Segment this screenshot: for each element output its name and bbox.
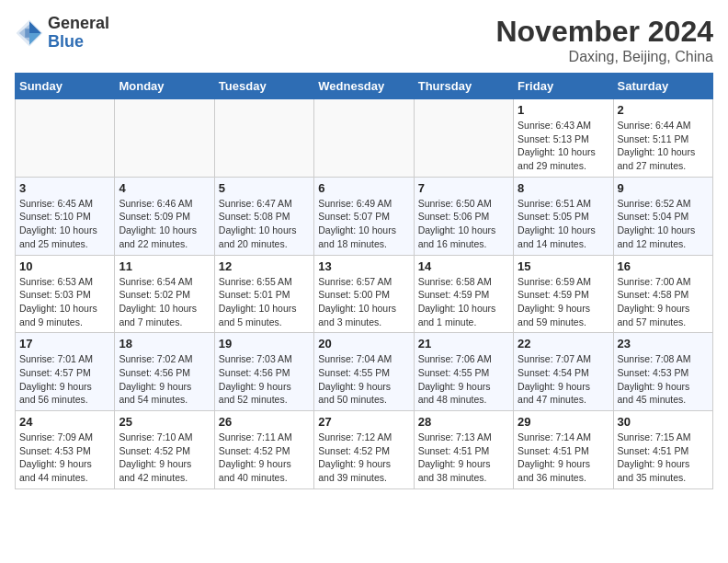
- calendar-cell: 13Sunrise: 6:57 AM Sunset: 5:00 PM Dayli…: [314, 255, 414, 333]
- day-info: Sunrise: 7:09 AM Sunset: 4:53 PM Dayligh…: [19, 431, 110, 485]
- day-info: Sunrise: 7:06 AM Sunset: 4:55 PM Dayligh…: [418, 352, 509, 407]
- calendar-week-row: 1Sunrise: 6:43 AM Sunset: 5:13 PM Daylig…: [16, 99, 713, 178]
- day-number: 11: [119, 259, 210, 273]
- day-number: 2: [618, 103, 709, 117]
- weekday-header-thursday: Thursday: [414, 74, 513, 99]
- calendar-cell: 9Sunrise: 6:52 AM Sunset: 5:04 PM Daylig…: [613, 177, 712, 255]
- calendar-cell: 27Sunrise: 7:12 AM Sunset: 4:52 PM Dayli…: [314, 411, 414, 489]
- day-info: Sunrise: 6:52 AM Sunset: 5:04 PM Dayligh…: [618, 197, 709, 251]
- calendar-cell: 19Sunrise: 7:03 AM Sunset: 4:56 PM Dayli…: [214, 333, 313, 411]
- calendar-cell: 11Sunrise: 6:54 AM Sunset: 5:02 PM Dayli…: [115, 255, 214, 333]
- weekday-header-wednesday: Wednesday: [314, 74, 414, 99]
- day-info: Sunrise: 7:00 AM Sunset: 4:58 PM Dayligh…: [618, 275, 709, 329]
- day-info: Sunrise: 7:07 AM Sunset: 4:54 PM Dayligh…: [518, 352, 609, 407]
- day-info: Sunrise: 6:47 AM Sunset: 5:08 PM Dayligh…: [219, 197, 310, 251]
- weekday-header-monday: Monday: [115, 74, 214, 99]
- day-info: Sunrise: 7:02 AM Sunset: 4:56 PM Dayligh…: [119, 352, 210, 407]
- day-info: Sunrise: 6:46 AM Sunset: 5:09 PM Dayligh…: [119, 197, 210, 251]
- day-number: 8: [518, 181, 609, 195]
- calendar-cell: 28Sunrise: 7:13 AM Sunset: 4:51 PM Dayli…: [414, 411, 513, 489]
- calendar-cell: 2Sunrise: 6:44 AM Sunset: 5:11 PM Daylig…: [613, 99, 712, 178]
- page-header: General Blue November 2024 Daxing, Beiji…: [15, 15, 713, 65]
- day-number: 21: [418, 337, 509, 350]
- calendar-week-row: 10Sunrise: 6:53 AM Sunset: 5:03 PM Dayli…: [16, 255, 713, 333]
- day-info: Sunrise: 7:03 AM Sunset: 4:56 PM Dayligh…: [219, 352, 310, 407]
- day-number: 5: [219, 181, 310, 195]
- location-text: Daxing, Beijing, China: [495, 49, 713, 65]
- logo-icon: [15, 18, 44, 48]
- day-number: 20: [318, 337, 409, 350]
- calendar-table: SundayMondayTuesdayWednesdayThursdayFrid…: [15, 73, 713, 489]
- weekday-header-sunday: Sunday: [16, 74, 115, 99]
- day-info: Sunrise: 6:51 AM Sunset: 5:05 PM Dayligh…: [518, 197, 609, 251]
- day-info: Sunrise: 7:15 AM Sunset: 4:51 PM Dayligh…: [618, 431, 709, 485]
- calendar-cell: 25Sunrise: 7:10 AM Sunset: 4:52 PM Dayli…: [115, 411, 214, 489]
- calendar-week-row: 24Sunrise: 7:09 AM Sunset: 4:53 PM Dayli…: [16, 411, 713, 489]
- day-number: 19: [219, 337, 310, 350]
- calendar-cell: 1Sunrise: 6:43 AM Sunset: 5:13 PM Daylig…: [514, 99, 613, 178]
- calendar-cell: 26Sunrise: 7:11 AM Sunset: 4:52 PM Dayli…: [214, 411, 313, 489]
- calendar-cell: 17Sunrise: 7:01 AM Sunset: 4:57 PM Dayli…: [16, 333, 115, 411]
- calendar-cell: 5Sunrise: 6:47 AM Sunset: 5:08 PM Daylig…: [214, 177, 313, 255]
- day-number: 22: [518, 337, 609, 350]
- day-info: Sunrise: 7:08 AM Sunset: 4:53 PM Dayligh…: [618, 352, 709, 407]
- day-info: Sunrise: 7:04 AM Sunset: 4:55 PM Dayligh…: [318, 352, 409, 407]
- day-number: 23: [618, 337, 709, 350]
- day-info: Sunrise: 6:43 AM Sunset: 5:13 PM Dayligh…: [518, 119, 609, 173]
- day-number: 28: [418, 415, 509, 429]
- day-number: 6: [318, 181, 409, 195]
- calendar-week-row: 3Sunrise: 6:45 AM Sunset: 5:10 PM Daylig…: [16, 177, 713, 255]
- day-number: 15: [518, 259, 609, 273]
- weekday-header-saturday: Saturday: [613, 74, 712, 99]
- calendar-cell: [115, 99, 214, 178]
- calendar-week-row: 17Sunrise: 7:01 AM Sunset: 4:57 PM Dayli…: [16, 333, 713, 411]
- day-number: 7: [418, 181, 509, 195]
- calendar-cell: 7Sunrise: 6:50 AM Sunset: 5:06 PM Daylig…: [414, 177, 513, 255]
- calendar-cell: 22Sunrise: 7:07 AM Sunset: 4:54 PM Dayli…: [514, 333, 613, 411]
- day-number: 16: [618, 259, 709, 273]
- day-number: 3: [19, 181, 110, 195]
- day-info: Sunrise: 7:14 AM Sunset: 4:51 PM Dayligh…: [518, 431, 609, 485]
- calendar-cell: 6Sunrise: 6:49 AM Sunset: 5:07 PM Daylig…: [314, 177, 414, 255]
- day-number: 1: [518, 103, 609, 117]
- calendar-cell: 16Sunrise: 7:00 AM Sunset: 4:58 PM Dayli…: [613, 255, 712, 333]
- day-number: 17: [19, 337, 110, 350]
- day-info: Sunrise: 6:53 AM Sunset: 5:03 PM Dayligh…: [19, 275, 110, 329]
- day-info: Sunrise: 6:50 AM Sunset: 5:06 PM Dayligh…: [418, 197, 509, 251]
- calendar-cell: [214, 99, 313, 178]
- day-number: 30: [618, 415, 709, 429]
- logo-general-text: General: [48, 14, 109, 32]
- weekday-header-tuesday: Tuesday: [214, 74, 313, 99]
- day-info: Sunrise: 6:59 AM Sunset: 4:59 PM Dayligh…: [518, 275, 609, 329]
- day-number: 12: [219, 259, 310, 273]
- calendar-cell: 4Sunrise: 6:46 AM Sunset: 5:09 PM Daylig…: [115, 177, 214, 255]
- day-number: 18: [119, 337, 210, 350]
- day-info: Sunrise: 6:55 AM Sunset: 5:01 PM Dayligh…: [219, 275, 310, 329]
- day-number: 9: [618, 181, 709, 195]
- title-block: November 2024 Daxing, Beijing, China: [495, 15, 713, 65]
- calendar-cell: [314, 99, 414, 178]
- day-info: Sunrise: 6:57 AM Sunset: 5:00 PM Dayligh…: [318, 275, 409, 329]
- calendar-cell: 10Sunrise: 6:53 AM Sunset: 5:03 PM Dayli…: [16, 255, 115, 333]
- day-number: 25: [119, 415, 210, 429]
- day-number: 4: [119, 181, 210, 195]
- calendar-cell: 12Sunrise: 6:55 AM Sunset: 5:01 PM Dayli…: [214, 255, 313, 333]
- month-title: November 2024: [495, 15, 713, 49]
- weekday-header-row: SundayMondayTuesdayWednesdayThursdayFrid…: [16, 74, 713, 99]
- calendar-cell: 3Sunrise: 6:45 AM Sunset: 5:10 PM Daylig…: [16, 177, 115, 255]
- day-number: 13: [318, 259, 409, 273]
- calendar-cell: 15Sunrise: 6:59 AM Sunset: 4:59 PM Dayli…: [514, 255, 613, 333]
- calendar-cell: 29Sunrise: 7:14 AM Sunset: 4:51 PM Dayli…: [514, 411, 613, 489]
- day-info: Sunrise: 7:13 AM Sunset: 4:51 PM Dayligh…: [418, 431, 509, 485]
- day-number: 27: [318, 415, 409, 429]
- day-info: Sunrise: 7:01 AM Sunset: 4:57 PM Dayligh…: [19, 352, 110, 407]
- day-info: Sunrise: 6:45 AM Sunset: 5:10 PM Dayligh…: [19, 197, 110, 251]
- logo-blue-text: Blue: [48, 32, 84, 51]
- day-number: 26: [219, 415, 310, 429]
- calendar-cell: 20Sunrise: 7:04 AM Sunset: 4:55 PM Dayli…: [314, 333, 414, 411]
- calendar-cell: 18Sunrise: 7:02 AM Sunset: 4:56 PM Dayli…: [115, 333, 214, 411]
- calendar-cell: 21Sunrise: 7:06 AM Sunset: 4:55 PM Dayli…: [414, 333, 513, 411]
- day-info: Sunrise: 6:58 AM Sunset: 4:59 PM Dayligh…: [418, 275, 509, 329]
- day-number: 24: [19, 415, 110, 429]
- day-info: Sunrise: 6:54 AM Sunset: 5:02 PM Dayligh…: [119, 275, 210, 329]
